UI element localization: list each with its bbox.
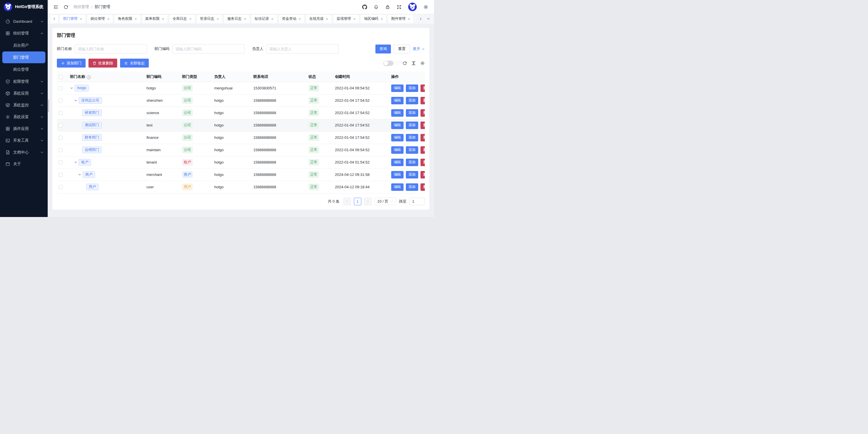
settings-gear-icon[interactable] xyxy=(423,5,428,9)
batch-delete-button[interactable]: 批量删除 xyxy=(89,59,117,67)
sidebar-item-dashboard[interactable]: Dashboard xyxy=(0,16,48,27)
next-page-icon[interactable] xyxy=(364,198,372,205)
sidebar-item-permission[interactable]: 权限管理 xyxy=(0,76,48,87)
tab-attachment[interactable]: 附件管理× xyxy=(388,15,413,23)
tab-sms-record[interactable]: 短信记录× xyxy=(251,15,277,23)
add-row-button[interactable]: 添加 xyxy=(406,134,418,141)
close-icon[interactable]: × xyxy=(244,17,246,21)
add-row-button[interactable]: 添加 xyxy=(406,85,418,92)
delete-row-button[interactable]: 删除 xyxy=(421,171,425,178)
tab-post[interactable]: 岗位管理× xyxy=(87,15,113,23)
sidebar-item-plugin[interactable]: 插件应用 xyxy=(0,123,48,135)
delete-row-button[interactable]: 删除 xyxy=(421,122,425,129)
close-icon[interactable]: × xyxy=(353,17,355,21)
edit-row-button[interactable]: 编辑 xyxy=(391,85,404,92)
current-page-button[interactable]: 1 xyxy=(354,198,361,205)
row-checkbox[interactable] xyxy=(59,148,63,152)
edit-row-button[interactable]: 编辑 xyxy=(391,122,404,129)
expand-link[interactable]: 展开 xyxy=(413,46,425,52)
close-icon[interactable]: × xyxy=(408,17,410,21)
edit-row-button[interactable]: 编辑 xyxy=(391,97,404,104)
sidebar-item-sys-app[interactable]: 系统应用 xyxy=(0,87,48,99)
lock-icon[interactable] xyxy=(385,5,390,9)
github-icon[interactable] xyxy=(362,5,367,9)
close-icon[interactable]: × xyxy=(299,17,301,21)
expand-chevron-icon[interactable] xyxy=(70,87,75,90)
help-icon[interactable]: ? xyxy=(87,75,91,79)
expand-chevron-icon[interactable] xyxy=(78,173,83,176)
delete-row-button[interactable]: 删除 xyxy=(421,97,425,104)
tabs-scroll-right-icon[interactable] xyxy=(417,15,423,23)
add-row-button[interactable]: 添加 xyxy=(406,109,418,117)
row-checkbox[interactable] xyxy=(59,98,63,103)
edit-row-button[interactable]: 编辑 xyxy=(391,146,404,154)
row-checkbox[interactable] xyxy=(59,136,63,140)
edit-row-button[interactable]: 编辑 xyxy=(391,109,404,117)
tab-credits[interactable]: 资金变动× xyxy=(279,15,304,23)
scrollbar-thumb[interactable] xyxy=(48,99,49,112)
delete-row-button[interactable]: 删除 xyxy=(421,146,425,154)
dept-name-input[interactable] xyxy=(75,44,147,54)
close-icon[interactable]: × xyxy=(271,17,273,21)
close-icon[interactable]: × xyxy=(162,17,164,21)
add-row-button[interactable]: 添加 xyxy=(406,146,418,154)
sidebar-subitem-admin-users[interactable]: 后台用户 xyxy=(0,39,48,51)
row-checkbox[interactable] xyxy=(59,161,63,165)
add-row-button[interactable]: 添加 xyxy=(406,158,418,166)
row-checkbox[interactable] xyxy=(59,111,63,115)
close-icon[interactable]: × xyxy=(189,17,192,21)
sidebar-subitem-dept[interactable]: 部门管理 xyxy=(2,52,45,63)
close-icon[interactable]: × xyxy=(80,17,82,21)
jump-page-input[interactable] xyxy=(409,198,425,205)
edit-row-button[interactable]: 编辑 xyxy=(391,158,404,166)
tab-cash[interactable]: 提现管理× xyxy=(334,15,359,23)
prev-page-icon[interactable] xyxy=(343,198,351,205)
edit-row-button[interactable]: 编辑 xyxy=(391,183,404,191)
striped-toggle[interactable] xyxy=(383,61,394,66)
tabs-scroll-left-icon[interactable] xyxy=(51,15,58,23)
tab-menu-perm[interactable]: 菜单权限× xyxy=(142,15,167,23)
row-checkbox[interactable] xyxy=(59,123,63,127)
add-row-button[interactable]: 添加 xyxy=(406,122,418,129)
close-icon[interactable]: × xyxy=(380,17,383,21)
reload-icon[interactable] xyxy=(63,5,68,9)
tab-provinces[interactable]: 地区编码× xyxy=(361,15,386,23)
breadcrumb-current[interactable]: 部门管理 xyxy=(95,4,110,9)
add-row-button[interactable]: 添加 xyxy=(406,97,418,104)
table-refresh-icon[interactable] xyxy=(402,61,407,65)
delete-row-button[interactable]: 删除 xyxy=(421,134,425,141)
reset-button[interactable]: 重置 xyxy=(394,45,410,54)
sidebar-item-sys-setting[interactable]: 系统设置 xyxy=(0,111,48,123)
collapse-all-button[interactable]: 全部收起 xyxy=(120,59,149,67)
app-logo[interactable]: HotGo管理系统 xyxy=(0,0,48,14)
tab-serve-log[interactable]: 服务日志× xyxy=(224,15,249,23)
breadcrumb-parent[interactable]: 组织管理 xyxy=(73,4,89,9)
delete-row-button[interactable]: 删除 xyxy=(421,158,425,166)
edit-row-button[interactable]: 编辑 xyxy=(391,171,404,178)
close-icon[interactable]: × xyxy=(217,17,219,21)
select-all-checkbox[interactable] xyxy=(59,75,63,79)
tab-dept[interactable]: 部门管理× xyxy=(60,15,85,23)
tab-role[interactable]: 角色权限× xyxy=(115,15,140,23)
sidebar-item-docs[interactable]: 文档中心 xyxy=(0,146,48,158)
row-checkbox[interactable] xyxy=(59,86,63,90)
add-row-button[interactable]: 添加 xyxy=(406,183,418,191)
tabs-menu-chevron-icon[interactable] xyxy=(425,15,431,23)
close-icon[interactable]: × xyxy=(134,17,137,21)
expand-chevron-icon[interactable] xyxy=(74,99,79,102)
page-size-select[interactable]: 10 / 页 xyxy=(375,198,396,205)
row-checkbox[interactable] xyxy=(59,173,63,177)
expand-chevron-icon[interactable] xyxy=(74,161,79,164)
row-checkbox[interactable] xyxy=(59,185,63,189)
sidebar-item-org[interactable]: 组织管理 xyxy=(0,27,48,39)
edit-row-button[interactable]: 编辑 xyxy=(391,134,404,141)
delete-row-button[interactable]: 删除 xyxy=(421,85,425,92)
sidebar-item-sys-monitor[interactable]: 系统监控 xyxy=(0,99,48,111)
leader-input[interactable] xyxy=(266,44,339,54)
tab-global-log[interactable]: 全局日志× xyxy=(169,15,195,23)
sidebar-item-devtool[interactable]: 开发工具 xyxy=(0,135,48,146)
close-icon[interactable]: × xyxy=(326,17,328,21)
close-icon[interactable]: × xyxy=(107,17,110,21)
sidebar-subitem-post[interactable]: 岗位管理 xyxy=(0,63,48,75)
query-button[interactable]: 查询 xyxy=(375,45,391,54)
